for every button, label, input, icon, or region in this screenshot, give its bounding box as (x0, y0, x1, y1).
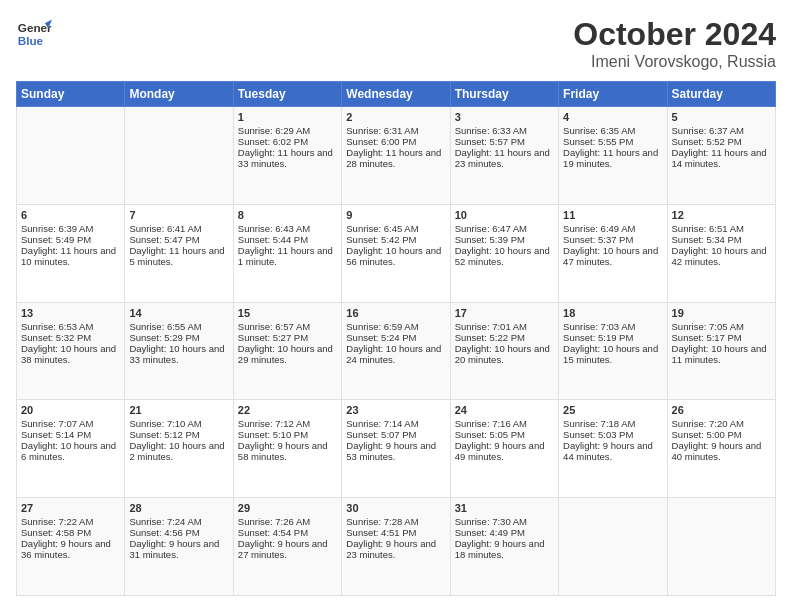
daylight-text: Daylight: 9 hours and 40 minutes. (672, 440, 771, 462)
sunrise-text: Sunrise: 6:41 AM (129, 223, 228, 234)
day-number: 8 (238, 209, 337, 221)
calendar-cell: 15Sunrise: 6:57 AMSunset: 5:27 PMDayligh… (233, 302, 341, 400)
calendar-week-0: 1Sunrise: 6:29 AMSunset: 6:02 PMDaylight… (17, 107, 776, 205)
sunrise-text: Sunrise: 6:31 AM (346, 125, 445, 136)
calendar-cell: 9Sunrise: 6:45 AMSunset: 5:42 PMDaylight… (342, 204, 450, 302)
calendar-cell: 31Sunrise: 7:30 AMSunset: 4:49 PMDayligh… (450, 498, 558, 596)
day-number: 11 (563, 209, 662, 221)
daylight-text: Daylight: 10 hours and 38 minutes. (21, 343, 120, 365)
sunset-text: Sunset: 4:58 PM (21, 527, 120, 538)
calendar-cell: 2Sunrise: 6:31 AMSunset: 6:00 PMDaylight… (342, 107, 450, 205)
sunset-text: Sunset: 5:10 PM (238, 429, 337, 440)
calendar-cell: 23Sunrise: 7:14 AMSunset: 5:07 PMDayligh… (342, 400, 450, 498)
sunrise-text: Sunrise: 6:51 AM (672, 223, 771, 234)
sunrise-text: Sunrise: 6:29 AM (238, 125, 337, 136)
day-number: 3 (455, 111, 554, 123)
calendar-cell: 6Sunrise: 6:39 AMSunset: 5:49 PMDaylight… (17, 204, 125, 302)
daylight-text: Daylight: 9 hours and 36 minutes. (21, 538, 120, 560)
logo-icon: General Blue (16, 16, 52, 52)
daylight-text: Daylight: 11 hours and 10 minutes. (21, 245, 120, 267)
daylight-text: Daylight: 10 hours and 20 minutes. (455, 343, 554, 365)
sunrise-text: Sunrise: 6:39 AM (21, 223, 120, 234)
calendar-body: 1Sunrise: 6:29 AMSunset: 6:02 PMDaylight… (17, 107, 776, 596)
day-number: 22 (238, 404, 337, 416)
day-number: 20 (21, 404, 120, 416)
sunset-text: Sunset: 5:52 PM (672, 136, 771, 147)
header-saturday: Saturday (667, 82, 775, 107)
sunset-text: Sunset: 5:29 PM (129, 332, 228, 343)
calendar-cell: 24Sunrise: 7:16 AMSunset: 5:05 PMDayligh… (450, 400, 558, 498)
day-number: 4 (563, 111, 662, 123)
day-number: 17 (455, 307, 554, 319)
calendar-cell: 3Sunrise: 6:33 AMSunset: 5:57 PMDaylight… (450, 107, 558, 205)
sunset-text: Sunset: 5:27 PM (238, 332, 337, 343)
sunrise-text: Sunrise: 7:28 AM (346, 516, 445, 527)
day-number: 14 (129, 307, 228, 319)
sunset-text: Sunset: 5:05 PM (455, 429, 554, 440)
calendar-cell: 29Sunrise: 7:26 AMSunset: 4:54 PMDayligh… (233, 498, 341, 596)
sunset-text: Sunset: 5:22 PM (455, 332, 554, 343)
month-title: October 2024 (573, 16, 776, 53)
day-number: 28 (129, 502, 228, 514)
daylight-text: Daylight: 10 hours and 29 minutes. (238, 343, 337, 365)
daylight-text: Daylight: 11 hours and 23 minutes. (455, 147, 554, 169)
daylight-text: Daylight: 9 hours and 27 minutes. (238, 538, 337, 560)
sunset-text: Sunset: 5:55 PM (563, 136, 662, 147)
daylight-text: Daylight: 11 hours and 5 minutes. (129, 245, 228, 267)
calendar-cell: 30Sunrise: 7:28 AMSunset: 4:51 PMDayligh… (342, 498, 450, 596)
day-number: 2 (346, 111, 445, 123)
calendar-cell: 11Sunrise: 6:49 AMSunset: 5:37 PMDayligh… (559, 204, 667, 302)
day-number: 7 (129, 209, 228, 221)
day-number: 26 (672, 404, 771, 416)
calendar-cell: 17Sunrise: 7:01 AMSunset: 5:22 PMDayligh… (450, 302, 558, 400)
daylight-text: Daylight: 10 hours and 11 minutes. (672, 343, 771, 365)
daylight-text: Daylight: 10 hours and 47 minutes. (563, 245, 662, 267)
daylight-text: Daylight: 10 hours and 52 minutes. (455, 245, 554, 267)
daylight-text: Daylight: 10 hours and 24 minutes. (346, 343, 445, 365)
calendar-week-3: 20Sunrise: 7:07 AMSunset: 5:14 PMDayligh… (17, 400, 776, 498)
sunrise-text: Sunrise: 6:45 AM (346, 223, 445, 234)
sunset-text: Sunset: 4:54 PM (238, 527, 337, 538)
sunrise-text: Sunrise: 6:53 AM (21, 321, 120, 332)
sunrise-text: Sunrise: 6:37 AM (672, 125, 771, 136)
calendar-cell: 13Sunrise: 6:53 AMSunset: 5:32 PMDayligh… (17, 302, 125, 400)
daylight-text: Daylight: 10 hours and 15 minutes. (563, 343, 662, 365)
sunrise-text: Sunrise: 6:35 AM (563, 125, 662, 136)
calendar-cell: 12Sunrise: 6:51 AMSunset: 5:34 PMDayligh… (667, 204, 775, 302)
day-number: 27 (21, 502, 120, 514)
calendar-week-4: 27Sunrise: 7:22 AMSunset: 4:58 PMDayligh… (17, 498, 776, 596)
calendar-table: Sunday Monday Tuesday Wednesday Thursday… (16, 81, 776, 596)
sunset-text: Sunset: 5:12 PM (129, 429, 228, 440)
calendar-week-2: 13Sunrise: 6:53 AMSunset: 5:32 PMDayligh… (17, 302, 776, 400)
calendar-cell (17, 107, 125, 205)
calendar-cell: 1Sunrise: 6:29 AMSunset: 6:02 PMDaylight… (233, 107, 341, 205)
day-number: 18 (563, 307, 662, 319)
header: General Blue October 2024 Imeni Vorovsko… (16, 16, 776, 71)
daylight-text: Daylight: 11 hours and 14 minutes. (672, 147, 771, 169)
calendar-cell (667, 498, 775, 596)
day-number: 5 (672, 111, 771, 123)
day-number: 12 (672, 209, 771, 221)
sunrise-text: Sunrise: 7:26 AM (238, 516, 337, 527)
sunrise-text: Sunrise: 7:14 AM (346, 418, 445, 429)
sunset-text: Sunset: 4:51 PM (346, 527, 445, 538)
sunrise-text: Sunrise: 7:30 AM (455, 516, 554, 527)
sunset-text: Sunset: 5:44 PM (238, 234, 337, 245)
header-friday: Friday (559, 82, 667, 107)
sunset-text: Sunset: 4:56 PM (129, 527, 228, 538)
sunset-text: Sunset: 5:19 PM (563, 332, 662, 343)
day-number: 15 (238, 307, 337, 319)
day-number: 6 (21, 209, 120, 221)
sunrise-text: Sunrise: 6:33 AM (455, 125, 554, 136)
daylight-text: Daylight: 10 hours and 6 minutes. (21, 440, 120, 462)
sunset-text: Sunset: 5:32 PM (21, 332, 120, 343)
sunrise-text: Sunrise: 7:18 AM (563, 418, 662, 429)
location-title: Imeni Vorovskogo, Russia (573, 53, 776, 71)
calendar-cell: 27Sunrise: 7:22 AMSunset: 4:58 PMDayligh… (17, 498, 125, 596)
sunrise-text: Sunrise: 7:03 AM (563, 321, 662, 332)
day-number: 23 (346, 404, 445, 416)
header-monday: Monday (125, 82, 233, 107)
sunrise-text: Sunrise: 6:43 AM (238, 223, 337, 234)
day-number: 19 (672, 307, 771, 319)
header-tuesday: Tuesday (233, 82, 341, 107)
